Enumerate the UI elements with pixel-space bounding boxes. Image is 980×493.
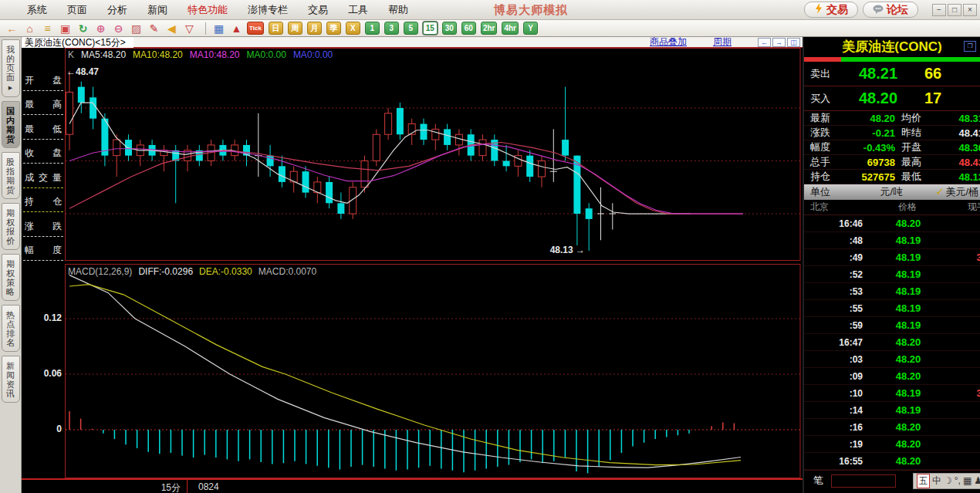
- macd-header-item-1: DIFF:-0.0296: [138, 266, 193, 277]
- sidebar-tab-my-page[interactable]: 我的页面▶: [2, 39, 20, 97]
- period-button-周[interactable]: 周: [288, 22, 302, 35]
- chinese-mode-icon[interactable]: 中: [932, 474, 941, 488]
- unit-cny-option[interactable]: 元/吨: [847, 185, 935, 199]
- quote-bottom-bar: 笔 五中☽°,▦♟: [804, 470, 980, 491]
- trade-button[interactable]: 交易: [804, 2, 858, 18]
- forum-button[interactable]: 论坛: [863, 2, 918, 18]
- unit-usd-option[interactable]: ✓美元/桶: [935, 185, 980, 199]
- titlebar-right: 交易 论坛 −□×: [804, 2, 977, 18]
- period-button-15[interactable]: 15: [423, 22, 438, 35]
- period-button-30[interactable]: 30: [442, 22, 457, 35]
- period-button-Y[interactable]: Y: [523, 22, 538, 35]
- wubi-mode-icon[interactable]: 五: [917, 474, 930, 488]
- chart-view-icon[interactable]: ▲: [229, 22, 244, 35]
- chart-tab-title[interactable]: 美原油连(CONC)<15分>: [22, 37, 133, 48]
- period-button-日[interactable]: 日: [269, 22, 283, 35]
- sidebar-tab-char: 资: [6, 380, 15, 389]
- period-button-60[interactable]: 60: [461, 22, 476, 35]
- tape-volume: 2: [954, 319, 980, 331]
- pan-left-icon[interactable]: ←: [758, 38, 771, 47]
- menu-item-system[interactable]: 系统: [17, 0, 57, 19]
- bid-row[interactable]: 买入 48.20 17: [804, 86, 980, 111]
- sidebar-tab-domestic-futures[interactable]: 国内期货: [2, 101, 20, 148]
- table-view-icon[interactable]: ▦: [211, 22, 226, 35]
- close-button[interactable]: ×: [963, 4, 977, 16]
- period-button-月[interactable]: 月: [307, 22, 322, 35]
- window-controls: −□×: [932, 4, 977, 16]
- panel-restore-icon[interactable]: ❒: [964, 41, 976, 52]
- menu-item-analysis[interactable]: 分析: [97, 0, 137, 19]
- user-icon[interactable]: ♟: [974, 474, 980, 488]
- left-arrow-icon: ←: [66, 66, 76, 77]
- tape-price: 48.20: [863, 438, 954, 450]
- period-button-5[interactable]: 5: [404, 22, 418, 35]
- sidebar-tab-option-quotes[interactable]: 期权报价: [2, 203, 20, 250]
- split-view-icon[interactable]: ◫: [787, 38, 800, 47]
- macd-dea-line: [69, 285, 741, 465]
- sidebar-tab-index-futures[interactable]: 股指期货: [2, 152, 20, 199]
- pan-right-icon[interactable]: →: [772, 38, 786, 47]
- punctuation-icon[interactable]: °,: [955, 474, 961, 488]
- period-button-3[interactable]: 3: [384, 22, 399, 35]
- tab-tape[interactable]: 笔: [804, 474, 823, 488]
- zoom-in-icon[interactable]: ⊕: [93, 22, 108, 35]
- filter-icon[interactable]: ▽: [182, 22, 197, 35]
- candle: [66, 71, 73, 150]
- overlay-link[interactable]: 商品叠加: [650, 35, 687, 49]
- candle: [78, 82, 85, 113]
- tape-price: 48.20: [863, 455, 954, 467]
- quote-board-icon[interactable]: ≡: [40, 22, 55, 35]
- sidebar-tab-news-info[interactable]: 新闻资讯: [2, 356, 20, 403]
- status-contract-code: 0824: [188, 480, 219, 493]
- sidebar-tab-hot-ranking[interactable]: 热点排名: [2, 305, 20, 352]
- period-button-季[interactable]: 季: [326, 22, 341, 35]
- menu-item-help[interactable]: 帮助: [378, 0, 418, 19]
- menu-item-features[interactable]: 特色功能: [177, 0, 238, 19]
- back-icon[interactable]: ←: [5, 22, 19, 35]
- candle: [432, 124, 439, 150]
- stat-value: -0.21: [838, 127, 895, 139]
- period-button-X[interactable]: X: [346, 22, 360, 35]
- bid-price: 48.20: [843, 89, 914, 107]
- menu-item-tools[interactable]: 工具: [338, 0, 378, 19]
- candle: [385, 108, 392, 140]
- half-width-icon[interactable]: ☽: [944, 474, 952, 488]
- price-field-label: 成交量: [23, 171, 63, 184]
- candle: [573, 156, 580, 246]
- fund-icon[interactable]: ▣: [58, 22, 73, 35]
- alert-icon[interactable]: ◀: [164, 22, 179, 35]
- price-field-row: 开盘: [23, 66, 63, 91]
- stat-value: 48.13: [929, 171, 980, 183]
- tape-tab-frame: [831, 474, 896, 488]
- menu-item-pengbo-column[interactable]: 澎博专栏: [238, 0, 298, 19]
- overlay-icon[interactable]: ▨: [129, 22, 144, 35]
- sidebar-tab-option-strategy[interactable]: 期权策略: [2, 254, 20, 301]
- tape-row: :1648.202: [804, 419, 980, 436]
- period-button-4hr[interactable]: 4hr: [502, 22, 519, 35]
- status-period[interactable]: 15分: [22, 480, 188, 493]
- period-link[interactable]: 周期: [713, 35, 732, 49]
- sidebar-tab-char: 页: [6, 63, 15, 73]
- tape-header-volume: 现手: [952, 201, 980, 214]
- menu-item-trade[interactable]: 交易: [298, 0, 338, 19]
- stat-label: 总手: [804, 155, 838, 169]
- zoom-out-icon[interactable]: ⊖: [111, 22, 126, 35]
- price-field-label: 持仓: [23, 195, 63, 208]
- restore-button[interactable]: □: [948, 4, 961, 16]
- ask-row[interactable]: 卖出 48.21 66: [804, 62, 980, 86]
- tape-volume: 3: [954, 404, 980, 416]
- status-bar: 15分 0824: [22, 478, 803, 493]
- menu-item-page[interactable]: 页面: [57, 0, 97, 19]
- refresh-icon[interactable]: ↻: [76, 22, 90, 35]
- stat-label: 幅度: [804, 140, 838, 154]
- period-button-1[interactable]: 1: [365, 22, 380, 35]
- menu-item-news[interactable]: 新闻: [137, 0, 177, 19]
- soft-keyboard-icon[interactable]: ▦: [963, 474, 972, 488]
- tape-price: 48.19: [863, 404, 954, 416]
- period-button-2hr[interactable]: 2hr: [481, 22, 498, 35]
- home-icon[interactable]: ⌂: [22, 22, 37, 35]
- minimize-button[interactable]: −: [932, 4, 946, 16]
- sidebar-tab-char: 报: [6, 227, 15, 236]
- draw-icon[interactable]: ✎: [147, 22, 161, 35]
- period-button-tick[interactable]: Tick: [247, 22, 264, 35]
